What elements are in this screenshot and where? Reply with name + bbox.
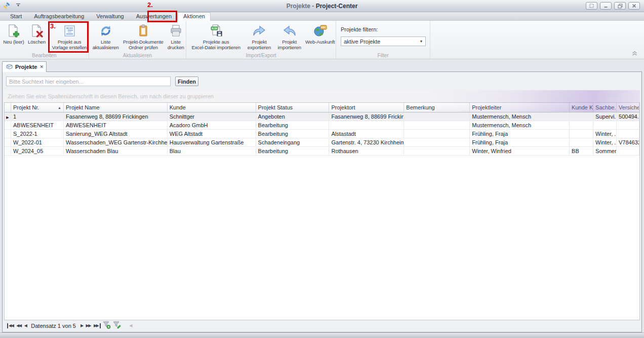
nav-next-page-button[interactable]: ▶▶ [85, 323, 92, 328]
table-cell[interactable] [570, 138, 593, 147]
project-from-template-button[interactable]: Projekt aus Vorlage erstellen [50, 22, 89, 50]
table-cell[interactable]: S_2022-1 [11, 130, 64, 138]
tab-verwaltung[interactable]: Verwaltung [90, 13, 130, 20]
document-tab-projekte[interactable]: Projekte ✕ [2, 61, 47, 72]
table-cell[interactable]: W_2022-01 [11, 138, 64, 147]
restore-button[interactable] [614, 2, 626, 10]
table-cell[interactable]: Bearbeitung [256, 130, 330, 138]
column-header[interactable]: Projekt Name [64, 103, 168, 112]
project-filter-combobox[interactable]: aktive Projekte ▼ [341, 36, 426, 46]
combo-dropdown-icon[interactable]: ▼ [417, 40, 425, 43]
column-header[interactable]: Sachbe... [593, 103, 617, 112]
table-cell[interactable] [404, 147, 470, 156]
table-cell[interactable]: Frühling, Fraja [470, 130, 570, 138]
group-by-bar[interactable]: Ziehen Sie eine Spaltenüberschrift in di… [4, 90, 640, 102]
table-cell[interactable]: Acadoro GmbH [168, 121, 256, 130]
table-cell[interactable]: Fasanenweg 8, 88699 Frickingen [329, 112, 404, 121]
table-cell[interactable]: BB [570, 147, 593, 156]
delete-button[interactable]: Löschen [26, 22, 48, 45]
table-cell[interactable]: Gartenstr. 4, 73230 Kirchheim [329, 138, 404, 147]
table-cell[interactable]: Mustermensch, Mensch [470, 112, 570, 121]
table-cell[interactable]: Schnittger [168, 112, 256, 121]
table-row[interactable]: ▶1Fasanenweg 8, 88699 FrickingenSchnittg… [5, 112, 639, 121]
column-header[interactable]: Projekt Status [256, 103, 330, 112]
tab-start[interactable]: Start [4, 13, 28, 20]
table-cell[interactable]: Mustermensch, Mensch [470, 121, 570, 130]
print-list-button[interactable]: Liste drucken [166, 22, 186, 50]
tab-close-icon[interactable]: ✕ [39, 64, 44, 69]
table-cell[interactable]: Frühling, Fraja [470, 138, 570, 147]
table-cell[interactable]: Bearbeitung [256, 147, 330, 156]
close-button[interactable] [628, 2, 640, 10]
table-row[interactable]: S_2022-1Sanierung_WEG AltstadtWEG Altsta… [5, 130, 639, 138]
column-header[interactable]: Versiche... [617, 103, 639, 112]
table-cell[interactable] [404, 130, 470, 138]
table-cell[interactable]: Sanierung_WEG Altstadt [64, 130, 168, 138]
table-cell[interactable] [570, 112, 593, 121]
search-input[interactable] [6, 77, 171, 86]
nav-first-button[interactable]: ◀◀ [7, 323, 15, 328]
table-cell[interactable]: Winter, Winfried [470, 147, 570, 156]
tab-auswertungen[interactable]: Auswertungen [130, 13, 178, 20]
table-cell[interactable] [570, 121, 593, 130]
import-project-button[interactable]: Projekt importieren [274, 22, 305, 50]
column-header[interactable]: Kunde [168, 103, 256, 112]
table-cell[interactable]: Rothausen [329, 147, 404, 156]
table-cell[interactable]: Alstastadt [329, 130, 404, 138]
table-cell[interactable]: Wasserschaden_WEG Gartenstr-Kirchheim [64, 138, 168, 147]
column-header[interactable]: Bemerkung [404, 103, 470, 112]
table-cell[interactable]: Bearbeitung [256, 121, 330, 130]
table-cell[interactable]: Wasserschaden Blau [64, 147, 168, 156]
table-cell[interactable] [617, 147, 639, 156]
table-cell[interactable]: Supervi... [593, 112, 617, 121]
table-cell[interactable]: Hausverwaltung Gartenstraße [168, 138, 256, 147]
filter-edit-icon[interactable] [112, 321, 122, 330]
tab-auftragsbearbeitung[interactable]: Auftragsbearbeitung [28, 13, 90, 20]
table-cell[interactable]: Fasanenweg 8, 88699 Frickingen [64, 112, 168, 121]
table-cell[interactable] [404, 138, 470, 147]
table-row[interactable]: ABWESENHEITABWESENHEITAcadoro GmbHBearbe… [5, 121, 639, 130]
table-cell[interactable] [570, 130, 593, 138]
hscroll-left-icon[interactable]: ◀ [129, 323, 132, 328]
new-empty-button[interactable]: Neu (leer) [2, 22, 26, 45]
table-cell[interactable]: WEG Altstadt [168, 130, 256, 138]
table-cell[interactable] [617, 121, 639, 130]
table-cell[interactable]: ABWESENHEIT [64, 121, 168, 130]
column-header[interactable]: Kunde K... [570, 103, 593, 112]
table-cell[interactable]: V784632 [617, 138, 639, 147]
column-header[interactable]: Projektleiter [470, 103, 570, 112]
table-cell[interactable] [617, 130, 639, 138]
export-project-button[interactable]: Projekt exportieren [244, 22, 274, 50]
refresh-list-button[interactable]: Liste aktualisieren [91, 22, 120, 50]
table-cell[interactable]: Winter, ... [593, 130, 617, 138]
table-cell[interactable] [404, 121, 470, 130]
import-projects-excel-button[interactable]: XLSX Projekte aus Excel-Datei importiere… [188, 22, 244, 50]
table-row[interactable]: W_2024_05Wasserschaden BlauBlauBearbeitu… [5, 147, 639, 156]
filter-add-icon[interactable] [102, 321, 112, 330]
tab-aktionen[interactable]: Aktionen [178, 12, 211, 21]
table-cell[interactable]: Blau [168, 147, 256, 156]
table-cell[interactable]: Winter, ... [593, 138, 617, 147]
minimize-button[interactable] [600, 2, 612, 10]
fullscreen-button[interactable] [586, 2, 597, 10]
nav-prev-button[interactable]: ◀ [23, 323, 28, 328]
nav-prev-page-button[interactable]: ◀◀ [15, 323, 22, 328]
column-header[interactable]: Projektort [329, 103, 404, 112]
table-cell[interactable] [329, 121, 404, 130]
check-project-documents-button[interactable]: Projekt-Dokumente Ordner prüfen [120, 22, 166, 50]
collapse-ribbon-icon[interactable] [631, 50, 638, 57]
table-cell[interactable]: Sommer... [593, 147, 617, 156]
nav-next-button[interactable]: ▶ [79, 323, 85, 328]
find-button[interactable]: Finden [175, 77, 198, 86]
table-cell[interactable]: Schadeneingang [256, 138, 330, 147]
table-cell[interactable]: 500494... [617, 112, 639, 121]
table-row[interactable]: W_2022-01Wasserschaden_WEG Gartenstr-Kir… [5, 138, 639, 147]
web-auskunft-button[interactable]: ABC Web-Auskunft [304, 22, 336, 45]
table-cell[interactable] [404, 112, 470, 121]
nav-last-button[interactable]: ▶▶ [92, 323, 101, 328]
column-header[interactable]: Projekt Nr.▲ [11, 103, 64, 112]
table-cell[interactable]: ABWESENHEIT [11, 121, 64, 130]
table-cell[interactable] [593, 121, 617, 130]
table-cell[interactable]: W_2024_05 [11, 147, 64, 156]
table-cell[interactable]: 1 [11, 112, 64, 121]
